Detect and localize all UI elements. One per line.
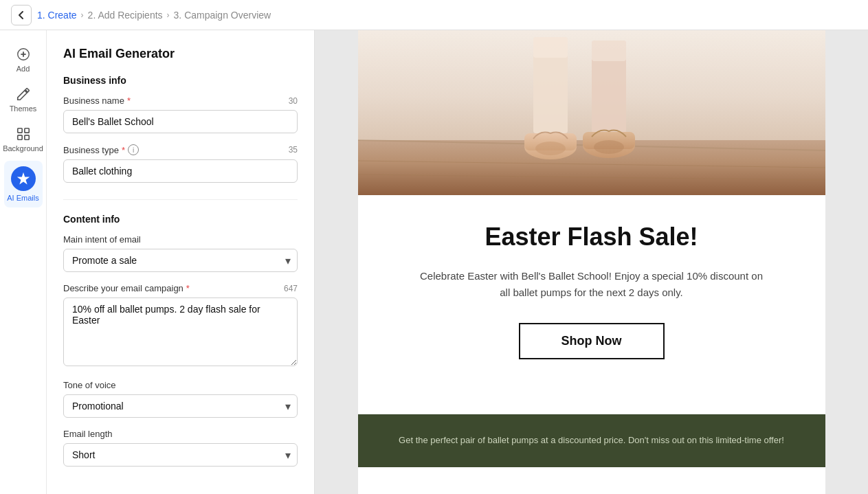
email-length-group: Email length Short Medium Long ▾ [63, 429, 298, 467]
back-button[interactable] [11, 5, 32, 25]
length-label: Email length [63, 429, 113, 439]
svg-rect-3 [17, 128, 21, 133]
business-type-label-row: Business type * i 35 [63, 144, 298, 155]
grid-icon [16, 126, 31, 142]
chevron-icon-1: › [81, 10, 84, 20]
email-title: Easter Flash Sale! [399, 223, 784, 251]
svg-rect-5 [17, 135, 21, 139]
tone-of-voice-group: Tone of voice Promotional Friendly Forma… [63, 380, 298, 418]
business-name-group: Business name * 30 [63, 96, 298, 133]
business-type-label: Business type * i [63, 144, 139, 155]
sidebar-item-add-label: Add [16, 65, 30, 73]
svg-rect-19 [592, 41, 626, 61]
business-name-char-count: 30 [289, 96, 298, 106]
content-info-title: Content info [63, 214, 298, 225]
business-type-input[interactable] [63, 159, 298, 183]
form-panel: AI Email Generator Business info Busines… [47, 30, 315, 494]
ai-emails-icon [11, 166, 36, 191]
business-name-label-row: Business name * 30 [63, 96, 298, 106]
tone-select[interactable]: Promotional Friendly Formal Casual [63, 394, 298, 418]
campaign-desc-label: Describe your email campaign * [63, 283, 190, 293]
sidebar-item-background-label: Background [3, 144, 43, 153]
email-preview-panel: Easter Flash Sale! Celebrate Easter with… [315, 30, 868, 494]
svg-rect-18 [533, 37, 568, 58]
email-preview-container: Easter Flash Sale! Celebrate Easter with… [358, 30, 825, 494]
step-2-label[interactable]: 2. Add Recipients [88, 10, 163, 21]
plus-icon [16, 47, 31, 62]
length-select-wrapper: Short Medium Long ▾ [63, 443, 298, 467]
svg-point-17 [594, 140, 624, 154]
step-3-label[interactable]: 3. Campaign Overview [174, 10, 271, 21]
sidebar-item-ai-emails[interactable]: AI Emails [4, 161, 43, 207]
step-1-label[interactable]: 1. Create [37, 10, 77, 21]
email-body-text: Celebrate Easter with Bell's Ballet Scho… [420, 268, 764, 301]
length-select[interactable]: Short Medium Long [63, 443, 298, 467]
main-intent-label: Main intent of email [63, 234, 141, 245]
campaign-desc-group: Describe your email campaign * 647 10% o… [63, 283, 298, 369]
svg-rect-4 [24, 128, 28, 133]
tone-label-row: Tone of voice [63, 380, 298, 390]
icon-sidebar: Add Themes Background AI Emails [0, 30, 47, 494]
campaign-desc-textarea[interactable]: 10% off all ballet pumps. 2 day flash sa… [63, 297, 298, 366]
length-label-row: Email length [63, 429, 298, 439]
chevron-icon-2: › [167, 10, 170, 20]
main-intent-group: Main intent of email Promote a sale Anno… [63, 234, 298, 272]
business-info-title: Business info [63, 75, 298, 86]
main-intent-select[interactable]: Promote a sale Announce event Share news… [63, 249, 298, 272]
shop-now-button[interactable]: Shop Now [519, 323, 665, 359]
required-star-desc: * [186, 283, 190, 293]
tone-label: Tone of voice [63, 380, 116, 390]
email-body: Easter Flash Sale! Celebrate Easter with… [358, 195, 825, 414]
svg-point-13 [535, 142, 566, 155]
tone-select-wrapper: Promotional Friendly Formal Casual ▾ [63, 394, 298, 418]
section-divider [63, 199, 298, 200]
business-type-group: Business type * i 35 [63, 144, 298, 183]
sidebar-item-themes-label: Themes [10, 104, 37, 113]
info-icon[interactable]: i [128, 144, 139, 155]
business-type-char-count: 35 [289, 145, 298, 155]
brush-icon [16, 87, 31, 102]
breadcrumb: 1. Create › 2. Add Recipients › 3. Campa… [37, 10, 271, 21]
required-star-name: * [127, 96, 131, 106]
top-navigation: 1. Create › 2. Add Recipients › 3. Campa… [0, 0, 868, 30]
email-footer-text: Get the perfect pair of ballet pumps at … [386, 434, 798, 448]
sidebar-item-add[interactable]: Add [4, 41, 43, 78]
ballet-hero-svg [358, 30, 825, 195]
business-info-section: Business info Business name * 30 Busines… [63, 75, 298, 183]
required-star-type: * [122, 145, 125, 155]
email-footer: Get the perfect pair of ballet pumps at … [358, 414, 825, 467]
svg-rect-6 [24, 135, 28, 139]
sidebar-item-background[interactable]: Background [4, 121, 43, 158]
main-layout: Add Themes Background AI Emails [0, 0, 868, 494]
main-intent-label-row: Main intent of email [63, 234, 298, 245]
form-title: AI Email Generator [63, 47, 298, 61]
email-hero-image [358, 30, 825, 195]
business-name-input[interactable] [63, 110, 298, 133]
star-icon [16, 171, 31, 186]
sidebar-item-themes[interactable]: Themes [4, 81, 43, 118]
main-intent-select-wrapper: Promote a sale Announce event Share news… [63, 249, 298, 272]
sidebar-item-ai-emails-label: AI Emails [7, 194, 38, 202]
campaign-desc-label-row: Describe your email campaign * 647 [63, 283, 298, 293]
business-name-label: Business name * [63, 96, 131, 106]
campaign-desc-char-count: 647 [284, 284, 298, 293]
content-info-section: Content info Main intent of email Promot… [63, 214, 298, 467]
